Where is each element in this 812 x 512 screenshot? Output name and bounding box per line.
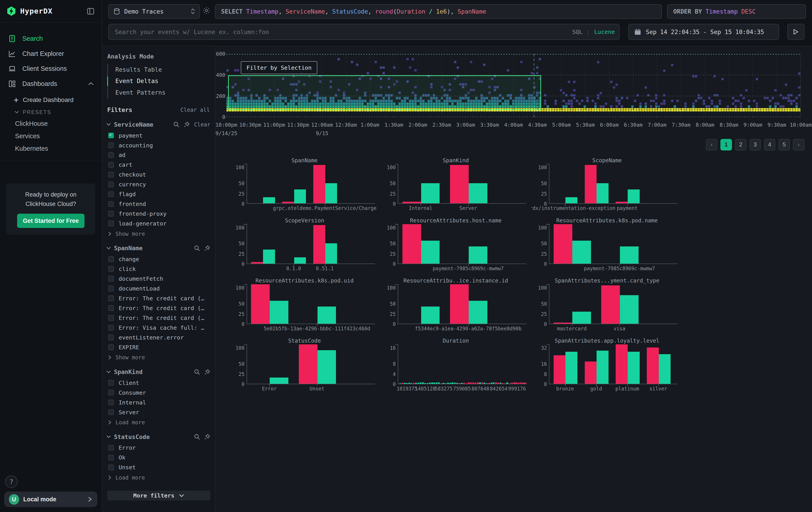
lucene-mode-button[interactable]: Lucene <box>594 28 615 35</box>
filter-option-documentload[interactable]: documentLoad <box>102 284 215 293</box>
filter-group-header-spankind[interactable]: SpanKind <box>102 367 215 378</box>
more-filters-button[interactable]: More filters <box>107 491 210 501</box>
date-range-picker[interactable]: Sep 14 22:04:35 - Sep 15 10:04:35 <box>628 24 779 40</box>
page-button-2[interactable]: 2 <box>735 139 746 150</box>
checkbox[interactable] <box>108 152 114 158</box>
filter-option-client[interactable]: Client <box>102 378 215 388</box>
source-select[interactable]: Demo Traces <box>108 4 200 19</box>
filter-option-accounting[interactable]: accounting <box>102 140 215 150</box>
filter-option-error-the-credit-card[interactable]: Error: The credit card (… <box>102 313 215 323</box>
analysis-mode-results-table[interactable]: Results Table <box>108 64 215 76</box>
filter-option-error-the-credit-card[interactable]: Error: The credit card (… <box>102 303 215 313</box>
filter-option-error-visa-cache-full[interactable]: Error: Visa cache full: … <box>102 323 215 332</box>
filter-option-error-the-credit-card[interactable]: Error: The credit card (… <box>102 293 215 303</box>
sql-select-editor[interactable]: SELECT Timestamp, ServiceName, StatusCod… <box>215 4 662 19</box>
page-prev-button[interactable]: ‹ <box>706 139 717 150</box>
checkbox[interactable] <box>108 315 114 321</box>
pin-icon[interactable] <box>204 434 210 440</box>
checkbox[interactable] <box>108 172 114 178</box>
filter-group-header-servicename[interactable]: ServiceNameClear <box>102 120 215 131</box>
preset-item-services[interactable]: Services <box>0 130 102 142</box>
checkbox[interactable] <box>108 465 114 470</box>
filter-option-documentfetch[interactable]: documentFetch <box>102 274 215 284</box>
filter-by-selection-button[interactable]: Filter by Selection <box>241 61 317 74</box>
chevron-down-icon[interactable] <box>106 123 111 126</box>
search-icon[interactable] <box>194 369 200 375</box>
checkbox[interactable] <box>108 276 114 281</box>
sidebar-item-chart-explorer[interactable]: Chart Explorer <box>0 46 102 61</box>
checkbox[interactable] <box>108 221 114 226</box>
checkbox[interactable] <box>108 455 114 461</box>
filter-show-more-spanname[interactable]: Show more <box>102 352 215 362</box>
filter-option-expire[interactable]: EXPIRE <box>102 342 215 352</box>
local-mode-button[interactable]: U Local mode <box>4 491 97 507</box>
checkbox[interactable] <box>108 344 114 350</box>
help-button[interactable]: ? <box>5 476 18 488</box>
run-query-button[interactable] <box>787 24 805 40</box>
checkbox[interactable] <box>108 211 114 217</box>
preset-item-kubernetes[interactable]: Kubernetes <box>0 142 102 155</box>
gear-icon[interactable] <box>203 7 210 15</box>
presets-toggle[interactable]: PRESETS <box>0 106 102 117</box>
filter-option-server[interactable]: Server <box>102 407 215 417</box>
checkbox[interactable] <box>108 162 114 168</box>
checkbox[interactable] <box>108 266 114 272</box>
collapse-sidebar-icon[interactable] <box>86 7 95 16</box>
search-icon[interactable] <box>194 245 200 251</box>
filter-option-eventlistener-error[interactable]: eventListener.error <box>102 332 215 342</box>
page-next-button[interactable]: › <box>793 139 804 150</box>
checkbox[interactable] <box>108 305 114 311</box>
pin-icon[interactable] <box>204 245 210 251</box>
checkbox-checked[interactable] <box>108 133 114 138</box>
filter-option-load-generator[interactable]: load-generator <box>102 219 215 228</box>
checkbox[interactable] <box>108 409 114 415</box>
sidebar-item-dashboards[interactable]: Dashboards <box>0 76 102 91</box>
page-button-3[interactable]: 3 <box>750 139 761 150</box>
preset-item-clickhouse[interactable]: ClickHouse <box>0 117 102 130</box>
checkbox[interactable] <box>108 182 114 187</box>
sql-mode-button[interactable]: SQL <box>572 28 583 35</box>
pin-icon[interactable] <box>204 369 210 375</box>
filter-group-header-spanname[interactable]: SpanName <box>102 244 215 254</box>
analysis-mode-event-deltas[interactable]: Event Deltas <box>108 76 215 87</box>
filter-option-frontend[interactable]: frontend <box>102 199 215 209</box>
filter-option-consumer[interactable]: Consumer <box>102 388 215 398</box>
checkbox[interactable] <box>108 390 114 396</box>
checkbox[interactable] <box>108 256 114 262</box>
sidebar-item-search[interactable]: Search <box>0 31 102 46</box>
sidebar-item-client-sessions[interactable]: Client Sessions <box>0 61 102 76</box>
filter-option-ad[interactable]: ad <box>102 150 215 160</box>
filter-option-checkout[interactable]: checkout <box>102 170 215 180</box>
checkbox[interactable] <box>108 325 114 330</box>
filter-load-more-statuscode[interactable]: Load more <box>102 472 215 482</box>
filter-option-click[interactable]: click <box>102 264 215 274</box>
chevron-down-icon[interactable] <box>106 247 111 250</box>
filter-option-unset[interactable]: Unset <box>102 462 215 472</box>
page-button-1[interactable]: 1 <box>720 139 732 150</box>
create-dashboard-button[interactable]: Create Dashboard <box>0 93 102 106</box>
checkbox[interactable] <box>108 142 114 148</box>
filter-option-currency[interactable]: currency <box>102 180 215 189</box>
checkbox[interactable] <box>108 445 114 451</box>
filter-option-frontend-proxy[interactable]: frontend-proxy <box>102 209 215 219</box>
events-heatmap[interactable]: 600400200010:00pm10:30pm11:00pm11:30pm12… <box>215 46 812 150</box>
filter-option-ok[interactable]: Ok <box>102 453 215 462</box>
checkbox[interactable] <box>108 201 114 207</box>
filter-load-more-spankind[interactable]: Load more <box>102 417 215 427</box>
filter-option-internal[interactable]: Internal <box>102 398 215 407</box>
filter-group-header-statuscode[interactable]: StatusCode <box>102 432 215 443</box>
page-button-5[interactable]: 5 <box>778 139 790 150</box>
checkbox[interactable] <box>108 334 114 340</box>
search-icon[interactable] <box>173 121 179 128</box>
chevron-down-icon[interactable] <box>106 371 111 374</box>
filter-option-cart[interactable]: cart <box>102 160 215 170</box>
clear-all-filters-button[interactable]: Clear all <box>180 107 210 113</box>
checkbox[interactable] <box>108 400 114 405</box>
checkbox[interactable] <box>108 286 114 291</box>
checkbox[interactable] <box>108 380 114 386</box>
get-started-button[interactable]: Get Started for Free <box>17 214 85 228</box>
filter-option-flagd[interactable]: flagd <box>102 189 215 199</box>
pin-icon[interactable] <box>184 121 190 128</box>
clear-filter-button[interactable]: Clear <box>194 121 210 128</box>
filter-option-payment[interactable]: payment <box>102 131 215 140</box>
